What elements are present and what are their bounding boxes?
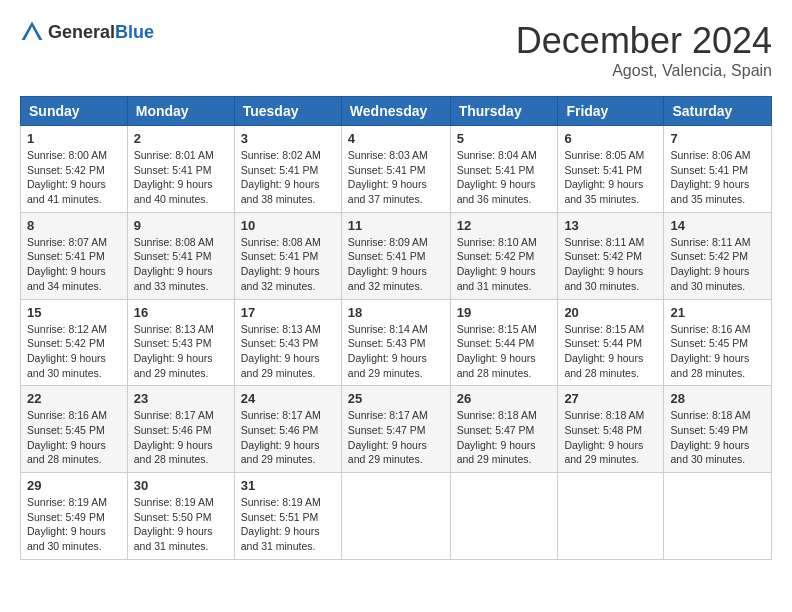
header-thursday: Thursday [450,97,558,126]
day-info: Sunrise: 8:03 AM Sunset: 5:41 PM Dayligh… [348,148,444,207]
calendar-day-cell: 13 Sunrise: 8:11 AM Sunset: 5:42 PM Dayl… [558,212,664,299]
calendar-week-row: 1 Sunrise: 8:00 AM Sunset: 5:42 PM Dayli… [21,126,772,213]
logo-text-general: General [48,22,115,42]
day-info: Sunrise: 8:19 AM Sunset: 5:49 PM Dayligh… [27,495,121,554]
day-number: 23 [134,391,228,406]
calendar-day-cell: 5 Sunrise: 8:04 AM Sunset: 5:41 PM Dayli… [450,126,558,213]
day-number: 16 [134,305,228,320]
logo-text-blue: Blue [115,22,154,42]
calendar-day-cell: 25 Sunrise: 8:17 AM Sunset: 5:47 PM Dayl… [341,386,450,473]
day-number: 5 [457,131,552,146]
day-number: 3 [241,131,335,146]
day-info: Sunrise: 8:05 AM Sunset: 5:41 PM Dayligh… [564,148,657,207]
calendar-day-cell: 17 Sunrise: 8:13 AM Sunset: 5:43 PM Dayl… [234,299,341,386]
day-info: Sunrise: 8:18 AM Sunset: 5:47 PM Dayligh… [457,408,552,467]
calendar-day-cell: 18 Sunrise: 8:14 AM Sunset: 5:43 PM Dayl… [341,299,450,386]
day-info: Sunrise: 8:11 AM Sunset: 5:42 PM Dayligh… [670,235,765,294]
day-number: 1 [27,131,121,146]
calendar-week-row: 15 Sunrise: 8:12 AM Sunset: 5:42 PM Dayl… [21,299,772,386]
calendar-day-cell [664,473,772,560]
day-info: Sunrise: 8:17 AM Sunset: 5:46 PM Dayligh… [241,408,335,467]
day-info: Sunrise: 8:19 AM Sunset: 5:51 PM Dayligh… [241,495,335,554]
calendar-week-row: 22 Sunrise: 8:16 AM Sunset: 5:45 PM Dayl… [21,386,772,473]
day-info: Sunrise: 8:10 AM Sunset: 5:42 PM Dayligh… [457,235,552,294]
day-info: Sunrise: 8:08 AM Sunset: 5:41 PM Dayligh… [241,235,335,294]
logo-wordmark: GeneralBlue [48,22,154,43]
calendar-day-cell: 21 Sunrise: 8:16 AM Sunset: 5:45 PM Dayl… [664,299,772,386]
day-number: 6 [564,131,657,146]
day-number: 4 [348,131,444,146]
day-info: Sunrise: 8:18 AM Sunset: 5:48 PM Dayligh… [564,408,657,467]
calendar-day-cell: 4 Sunrise: 8:03 AM Sunset: 5:41 PM Dayli… [341,126,450,213]
calendar-day-cell: 6 Sunrise: 8:05 AM Sunset: 5:41 PM Dayli… [558,126,664,213]
title-area: December 2024 Agost, Valencia, Spain [516,20,772,80]
calendar-day-cell: 24 Sunrise: 8:17 AM Sunset: 5:46 PM Dayl… [234,386,341,473]
day-info: Sunrise: 8:18 AM Sunset: 5:49 PM Dayligh… [670,408,765,467]
day-info: Sunrise: 8:15 AM Sunset: 5:44 PM Dayligh… [564,322,657,381]
day-number: 27 [564,391,657,406]
calendar-day-cell [341,473,450,560]
day-number: 26 [457,391,552,406]
calendar-day-cell: 19 Sunrise: 8:15 AM Sunset: 5:44 PM Dayl… [450,299,558,386]
calendar-day-cell: 10 Sunrise: 8:08 AM Sunset: 5:41 PM Dayl… [234,212,341,299]
day-number: 12 [457,218,552,233]
calendar-day-cell: 8 Sunrise: 8:07 AM Sunset: 5:41 PM Dayli… [21,212,128,299]
day-number: 21 [670,305,765,320]
calendar-day-cell: 11 Sunrise: 8:09 AM Sunset: 5:41 PM Dayl… [341,212,450,299]
day-info: Sunrise: 8:16 AM Sunset: 5:45 PM Dayligh… [27,408,121,467]
day-info: Sunrise: 8:08 AM Sunset: 5:41 PM Dayligh… [134,235,228,294]
day-info: Sunrise: 8:13 AM Sunset: 5:43 PM Dayligh… [134,322,228,381]
calendar-day-cell: 20 Sunrise: 8:15 AM Sunset: 5:44 PM Dayl… [558,299,664,386]
location-subtitle: Agost, Valencia, Spain [516,62,772,80]
day-info: Sunrise: 8:17 AM Sunset: 5:46 PM Dayligh… [134,408,228,467]
day-info: Sunrise: 8:02 AM Sunset: 5:41 PM Dayligh… [241,148,335,207]
calendar-week-row: 29 Sunrise: 8:19 AM Sunset: 5:49 PM Dayl… [21,473,772,560]
day-info: Sunrise: 8:17 AM Sunset: 5:47 PM Dayligh… [348,408,444,467]
logo-icon [20,20,44,44]
header-tuesday: Tuesday [234,97,341,126]
day-info: Sunrise: 8:06 AM Sunset: 5:41 PM Dayligh… [670,148,765,207]
day-number: 29 [27,478,121,493]
calendar-day-cell [450,473,558,560]
day-number: 30 [134,478,228,493]
day-number: 9 [134,218,228,233]
logo: GeneralBlue [20,20,154,44]
calendar-day-cell: 15 Sunrise: 8:12 AM Sunset: 5:42 PM Dayl… [21,299,128,386]
day-number: 28 [670,391,765,406]
day-number: 15 [27,305,121,320]
day-info: Sunrise: 8:16 AM Sunset: 5:45 PM Dayligh… [670,322,765,381]
calendar-day-cell: 22 Sunrise: 8:16 AM Sunset: 5:45 PM Dayl… [21,386,128,473]
month-year-title: December 2024 [516,20,772,62]
day-info: Sunrise: 8:09 AM Sunset: 5:41 PM Dayligh… [348,235,444,294]
calendar-table: Sunday Monday Tuesday Wednesday Thursday… [20,96,772,560]
day-number: 20 [564,305,657,320]
page-header: GeneralBlue December 2024 Agost, Valenci… [20,20,772,80]
calendar-day-cell: 28 Sunrise: 8:18 AM Sunset: 5:49 PM Dayl… [664,386,772,473]
day-number: 24 [241,391,335,406]
day-info: Sunrise: 8:13 AM Sunset: 5:43 PM Dayligh… [241,322,335,381]
day-info: Sunrise: 8:00 AM Sunset: 5:42 PM Dayligh… [27,148,121,207]
calendar-day-cell: 2 Sunrise: 8:01 AM Sunset: 5:41 PM Dayli… [127,126,234,213]
day-number: 31 [241,478,335,493]
day-info: Sunrise: 8:07 AM Sunset: 5:41 PM Dayligh… [27,235,121,294]
calendar-day-cell: 1 Sunrise: 8:00 AM Sunset: 5:42 PM Dayli… [21,126,128,213]
day-info: Sunrise: 8:14 AM Sunset: 5:43 PM Dayligh… [348,322,444,381]
day-number: 25 [348,391,444,406]
day-number: 14 [670,218,765,233]
calendar-day-cell: 16 Sunrise: 8:13 AM Sunset: 5:43 PM Dayl… [127,299,234,386]
day-info: Sunrise: 8:11 AM Sunset: 5:42 PM Dayligh… [564,235,657,294]
calendar-day-cell: 3 Sunrise: 8:02 AM Sunset: 5:41 PM Dayli… [234,126,341,213]
calendar-day-cell: 31 Sunrise: 8:19 AM Sunset: 5:51 PM Dayl… [234,473,341,560]
header-monday: Monday [127,97,234,126]
day-number: 17 [241,305,335,320]
calendar-day-cell [558,473,664,560]
day-info: Sunrise: 8:04 AM Sunset: 5:41 PM Dayligh… [457,148,552,207]
calendar-day-cell: 26 Sunrise: 8:18 AM Sunset: 5:47 PM Dayl… [450,386,558,473]
day-number: 13 [564,218,657,233]
calendar-day-cell: 12 Sunrise: 8:10 AM Sunset: 5:42 PM Dayl… [450,212,558,299]
day-number: 22 [27,391,121,406]
day-number: 11 [348,218,444,233]
calendar-day-cell: 7 Sunrise: 8:06 AM Sunset: 5:41 PM Dayli… [664,126,772,213]
weekday-header-row: Sunday Monday Tuesday Wednesday Thursday… [21,97,772,126]
calendar-day-cell: 9 Sunrise: 8:08 AM Sunset: 5:41 PM Dayli… [127,212,234,299]
